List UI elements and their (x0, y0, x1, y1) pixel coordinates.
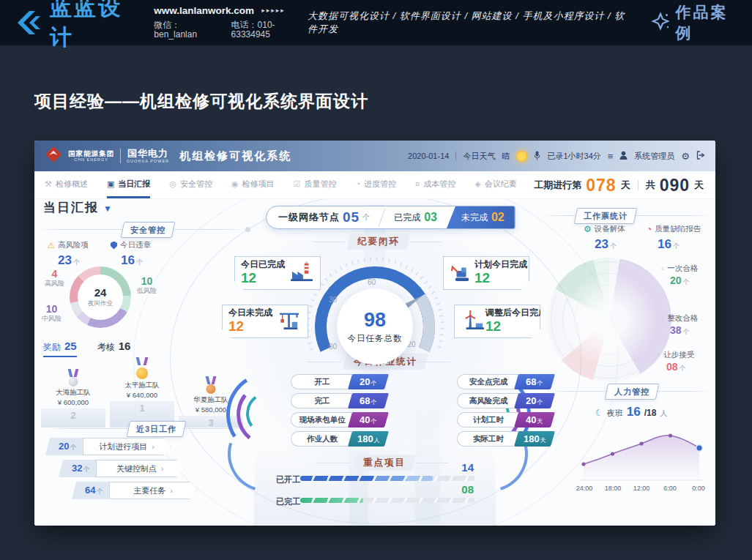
team-amount: ¥ 640,000 (127, 391, 157, 399)
quality-item-first-pass: ‹一次合格 20个 (661, 264, 698, 287)
manpower-tag: 人力管控 (605, 384, 660, 400)
card-not-done-today: 今日未完成 12 (222, 305, 308, 338)
summary-loop-tag: 纪要闭环 (347, 234, 411, 250)
donut-center: 24 夜间作业 (78, 275, 123, 320)
podium-block: 2 (41, 408, 105, 428)
recent-item-main-tasks[interactable]: 64个 主要任务› (74, 482, 197, 499)
risk-donut-chart: 4 高风险 24 夜间作业 10 低风险 10 中风险 (34, 264, 210, 340)
user-icon (619, 151, 628, 161)
lanlan-logo-icon (13, 10, 42, 36)
network-nodes-banner: 一级网络节点 05 个 已完成 03 未完成 02 (266, 206, 515, 229)
bronze-medal-icon (204, 376, 217, 394)
phone-label: 电话：010-63334945 (231, 20, 308, 40)
decor-line (409, 242, 442, 242)
checkbox-icon: ☑ (294, 179, 301, 189)
tab-projects[interactable]: ◉检修项目 (231, 171, 275, 198)
sparkle-star-icon (651, 12, 670, 34)
card-adjusted-today: 调整后今日完成 12 (454, 305, 540, 338)
excavator-icon (450, 261, 474, 285)
chevron-right-icon: › (170, 486, 173, 495)
period-total-prefix: 共 (646, 179, 655, 192)
dashboard-topbar: 国家能源集团 CHN ENERGY 国华电力 GUOHUA POWER 机组检修… (34, 141, 715, 171)
donut-label-high-risk: 4 高风险 (45, 268, 64, 287)
team-item: 大海施工队 ¥ 600,000 2 (39, 369, 108, 428)
crane-icon (277, 310, 302, 333)
recent-work-tag: 近3日工作 (127, 421, 187, 437)
period-current-day: 078 (586, 176, 616, 195)
network-nodes-undone: 未完成 02 (447, 206, 515, 228)
decor-line (316, 463, 350, 463)
work-ticket-tag: 工作票统计 (574, 208, 638, 224)
team-ranking-podium: 大海施工队 ¥ 600,000 2 太平施工队 ¥ 640,000 1 华夏施工… (39, 357, 251, 428)
tab-safety[interactable]: ◎安全管控 (169, 171, 212, 198)
tab-progress[interactable]: ◔进度管控 (355, 171, 396, 198)
wechat-label: 微信：ben_lanlan (154, 20, 217, 40)
gauge-tick: 00 (329, 343, 337, 351)
tab-assessment[interactable]: 考核16 (97, 340, 131, 357)
team-name: 太平施工队 (124, 381, 160, 390)
tab-minutes[interactable]: ◈会议纪要 (474, 171, 516, 198)
donut-label-mid-risk: 10 中风险 (42, 303, 62, 322)
portfolio-button[interactable]: 作品案例 (651, 2, 739, 43)
org-company-name: 国华电力 GUOHUA POWER (127, 149, 169, 164)
recent-item-key-control-points[interactable]: 32个 关键控制点› (61, 460, 184, 477)
team-item: 太平施工队 ¥ 640,000 1 (108, 357, 176, 428)
website-link[interactable]: www.lanlanwork.com (154, 6, 254, 17)
stat-equipment-disassembly: ⚙设备解体 23个 (584, 224, 649, 252)
date-label: 2020-01-14 (408, 152, 449, 160)
divider (379, 209, 387, 226)
chevron-left-icon: ‹ (658, 350, 660, 359)
key-project-bar-finished: 08 已完工 (276, 486, 475, 508)
wind-turbine-icon (461, 310, 485, 333)
time-axis-labels: 24:00 18:00 12:00 6:00 0:00 (571, 485, 712, 492)
gauge-center-value: 98 今日任务总数 (337, 288, 413, 365)
diamond-icon: ◈ (474, 179, 480, 189)
services-list: 大数据可视化设计 / 软件界面设计 / 网站建设 / 手机及小程序设计 / 软件… (308, 10, 630, 36)
gear-icon[interactable]: ⚙ (681, 151, 690, 162)
shield-icon (111, 242, 117, 250)
wrench-icon: ⚒ (45, 179, 52, 189)
tab-cost[interactable]: ¤成本管控 (415, 171, 455, 198)
user-name[interactable]: 系统管理员 (634, 151, 674, 162)
record-duration-label: 已录1小时34分 (547, 151, 600, 162)
period-total-days: 090 (660, 176, 690, 195)
stat-pill-planned-hours: 计划工时 40天 (457, 412, 553, 428)
tab-overview[interactable]: ⚒检修概述 (45, 171, 88, 198)
period-total-unit: 天 (694, 179, 704, 192)
tab-daily-report[interactable]: ▣当日汇报 (107, 171, 150, 198)
list-icon[interactable]: ≡ (608, 151, 614, 162)
bar-value: 14 (461, 461, 474, 474)
weather-value: 晴 (502, 151, 510, 162)
tab-quality[interactable]: ☑质量管控 (294, 171, 337, 198)
bar-value: 08 (461, 483, 474, 496)
decor-line (415, 463, 449, 463)
stat-quality-defect-report: ◔质量缺陷报告 16个 (647, 224, 712, 252)
dashboard-content: 当日汇报▼ 安全管控 ⚠高风险项 23个 今日违章 16个 4 高风险 24 夜… (34, 199, 715, 526)
divider (455, 152, 456, 160)
key-project-bar-started: 14 已开工 (276, 464, 475, 486)
report-icon: ▣ (107, 179, 114, 189)
team-amount: ¥ 580,000 (196, 406, 226, 414)
clock-icon: ◔ (647, 224, 652, 234)
divider (638, 180, 639, 190)
weather-label: 今日天气 (463, 151, 495, 162)
chn-energy-logo-icon (45, 146, 62, 166)
logout-icon[interactable] (696, 151, 705, 161)
section-title-daily-report[interactable]: 当日汇报▼ (43, 199, 113, 216)
tab-reward[interactable]: 奖励25 (43, 340, 77, 357)
recent-item-planned-projects[interactable]: 20个 计划进行项目› (48, 438, 171, 455)
stat-pill-contractors: 现场承包单位 40个 (291, 412, 387, 428)
quality-item-concession-accept: ‹让步接受 08个 (658, 350, 694, 373)
topbar-status-area: 2020-01-14 今日天气 晴 已录1小时34分 ≡ 系统管理员 ⚙ (408, 151, 705, 162)
system-title: 机组检修可视化系统 (179, 149, 291, 163)
silver-medal-icon (67, 369, 80, 387)
moon-icon: ☾ (595, 408, 603, 418)
period-unit: 天 (621, 179, 630, 192)
night-shift-stat: ☾ 夜班 16 /18 人 (595, 405, 667, 419)
card-planned-today: 计划今日完成 12 (443, 256, 529, 290)
gauge-tick: 30 (329, 296, 337, 304)
chevron-right-icon: › (152, 442, 155, 451)
org-divider (120, 149, 121, 163)
team-name: 华夏施工队 (193, 395, 228, 405)
clock-icon: ◔ (355, 179, 360, 188)
